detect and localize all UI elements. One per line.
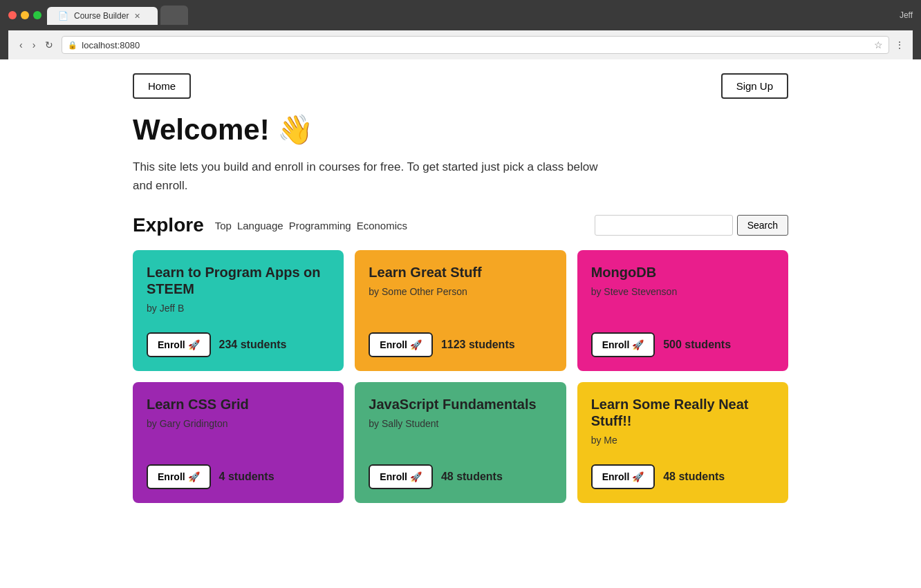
enroll-button-4[interactable]: Enroll 🚀 [147, 464, 211, 489]
student-count-6: 48 students [663, 471, 725, 483]
address-input[interactable]: 🔒 localhost:8080 ☆ [62, 36, 889, 54]
explore-tag-programming[interactable]: Programming [289, 220, 351, 231]
tab-bar: 📄 Course Builder ✕ [47, 6, 894, 25]
course-title-5: JavaScript Fundamentals [369, 396, 552, 412]
explore-tag-economics[interactable]: Economics [357, 220, 407, 231]
course-author-3: by Steve Stevenson [591, 286, 774, 297]
url-text: localhost:8080 [82, 40, 140, 50]
tab-title: Course Builder [74, 11, 129, 21]
course-title-2: Learn Great Stuff [369, 264, 552, 281]
inactive-tab[interactable] [160, 6, 188, 25]
search-container: Search [595, 215, 788, 236]
browser-chrome: 📄 Course Builder ✕ Jeff ‹ › ↻ 🔒 localhos… [0, 0, 921, 59]
tab-close-icon[interactable]: ✕ [134, 12, 140, 21]
courses-grid: Learn to Program Apps on STEEM by Jeff B… [133, 250, 788, 503]
explore-tags: Top Language Programming Economics [215, 220, 595, 231]
welcome-description: This site lets you build and enroll in c… [133, 158, 617, 195]
lock-icon: 🔒 [68, 41, 77, 50]
course-author-5: by Sally Student [369, 418, 552, 429]
explore-section: Explore Top Language Programming Economi… [133, 214, 788, 503]
explore-title: Explore [133, 214, 204, 236]
enroll-button-3[interactable]: Enroll 🚀 [591, 332, 655, 357]
forward-button[interactable]: › [30, 38, 39, 52]
course-title-4: Learn CSS Grid [147, 396, 330, 412]
course-card-6: Learn Some Really Neat Stuff!! by Me Enr… [577, 382, 788, 503]
traffic-lights [8, 11, 41, 19]
active-tab[interactable]: 📄 Course Builder ✕ [47, 7, 158, 25]
minimize-button[interactable] [21, 11, 29, 19]
search-button[interactable]: Search [737, 215, 788, 236]
enroll-button-5[interactable]: Enroll 🚀 [369, 464, 433, 489]
browser-actions: ⋮ [895, 39, 904, 50]
reload-button[interactable]: ↻ [42, 38, 56, 52]
bookmark-icon[interactable]: ☆ [874, 39, 883, 50]
signup-button[interactable]: Sign Up [721, 73, 788, 99]
enroll-button-6[interactable]: Enroll 🚀 [591, 464, 655, 489]
course-author-6: by Me [591, 435, 774, 446]
explore-tag-top[interactable]: Top [215, 220, 232, 231]
student-count-5: 48 students [441, 471, 503, 483]
course-card-2: Learn Great Stuff by Some Other Person E… [355, 250, 566, 371]
search-input[interactable] [595, 215, 733, 236]
student-count-3: 500 students [663, 339, 731, 351]
course-author-2: by Some Other Person [369, 286, 552, 297]
course-title-6: Learn Some Really Neat Stuff!! [591, 396, 774, 429]
course-footer-2: Enroll 🚀 1123 students [369, 332, 552, 357]
address-bar-row: ‹ › ↻ 🔒 localhost:8080 ☆ ⋮ [8, 30, 913, 59]
course-author-4: by Gary Gridington [147, 418, 330, 429]
course-title-1: Learn to Program Apps on STEEM [147, 264, 330, 297]
home-button[interactable]: Home [133, 73, 191, 99]
explore-tag-language[interactable]: Language [237, 220, 283, 231]
user-label: Jeff [900, 10, 913, 20]
welcome-title: Welcome! 👋 [133, 113, 788, 146]
explore-header: Explore Top Language Programming Economi… [133, 214, 788, 236]
course-footer-1: Enroll 🚀 234 students [147, 332, 330, 357]
course-title-3: MongoDB [591, 264, 774, 281]
back-button[interactable]: ‹ [17, 38, 26, 52]
student-count-4: 4 students [219, 471, 275, 483]
course-author-1: by Jeff B [147, 303, 330, 314]
course-footer-5: Enroll 🚀 48 students [369, 464, 552, 489]
close-button[interactable] [8, 11, 17, 19]
course-footer-4: Enroll 🚀 4 students [147, 464, 330, 489]
enroll-button-1[interactable]: Enroll 🚀 [147, 332, 211, 357]
course-card-3: MongoDB by Steve Stevenson Enroll 🚀 500 … [577, 250, 788, 371]
course-footer-3: Enroll 🚀 500 students [591, 332, 774, 357]
page-content: Home Sign Up Welcome! 👋 This site lets y… [0, 59, 921, 588]
welcome-section: Welcome! 👋 This site lets you build and … [133, 113, 788, 195]
nav-header: Home Sign Up [133, 59, 788, 113]
student-count-2: 1123 students [441, 339, 515, 351]
course-card-5: JavaScript Fundamentals by Sally Student… [355, 382, 566, 503]
tab-favicon: 📄 [58, 11, 68, 21]
enroll-button-2[interactable]: Enroll 🚀 [369, 332, 433, 357]
student-count-1: 234 students [219, 339, 287, 351]
course-card-1: Learn to Program Apps on STEEM by Jeff B… [133, 250, 344, 371]
course-card-4: Learn CSS Grid by Gary Gridington Enroll… [133, 382, 344, 503]
course-footer-6: Enroll 🚀 48 students [591, 464, 774, 489]
settings-icon[interactable]: ⋮ [895, 39, 904, 50]
nav-buttons: ‹ › ↻ [17, 38, 56, 52]
maximize-button[interactable] [33, 11, 41, 19]
